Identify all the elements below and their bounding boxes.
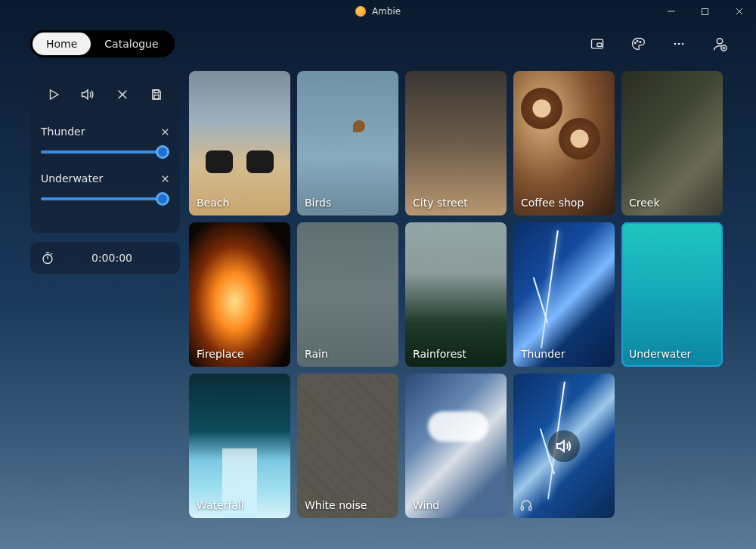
card-label: Wind	[413, 499, 439, 511]
card-label: Waterfall	[197, 499, 244, 511]
timer-panel[interactable]: 0:00:00	[30, 242, 180, 274]
svg-rect-31	[521, 507, 523, 510]
more-button[interactable]	[665, 30, 692, 57]
tab-home[interactable]: Home	[33, 33, 91, 55]
sound-card-thunder[interactable]: Thunder	[513, 222, 615, 367]
card-label: Rainforest	[413, 348, 466, 360]
card-label: Rain	[305, 348, 328, 360]
clear-button[interactable]	[110, 82, 135, 107]
lightning-decoration	[541, 230, 559, 347]
bird-decoration	[353, 120, 365, 132]
card-label: Beach	[197, 197, 229, 209]
latte-decoration	[521, 88, 562, 129]
maximize-button[interactable]	[688, 0, 722, 23]
sound-card-fireplace[interactable]: Fireplace	[189, 222, 290, 367]
titlebar: Ambie	[0, 0, 756, 23]
svg-marker-17	[82, 90, 88, 99]
sound-card-empty-slot[interactable]	[513, 374, 615, 518]
svg-point-8	[640, 42, 641, 43]
card-label: Creek	[629, 197, 660, 209]
svg-rect-20	[154, 90, 159, 93]
volume-button[interactable]	[75, 82, 101, 107]
minimize-button[interactable]	[654, 0, 688, 23]
sound-card-white-noise[interactable]: White noise	[297, 374, 398, 518]
volume-slider[interactable]	[41, 192, 169, 206]
svg-point-11	[682, 43, 684, 45]
track-underwater: Underwater	[41, 172, 169, 206]
sound-card-wind[interactable]: Wind	[405, 374, 507, 518]
main-content: Thunder Underwater	[0, 65, 756, 533]
cloud-decoration	[428, 411, 488, 442]
sound-card-rain[interactable]: Rain	[297, 222, 398, 367]
mix-controls	[41, 82, 169, 107]
slider-thumb[interactable]	[156, 192, 169, 206]
svg-marker-30	[557, 441, 564, 451]
card-label: White noise	[305, 499, 367, 511]
svg-rect-1	[702, 8, 708, 14]
nav-tabs: Home Catalogue	[30, 30, 175, 57]
sound-card-coffee-shop[interactable]: Coffee shop	[513, 71, 615, 216]
card-label: Fireplace	[197, 348, 244, 360]
svg-point-10	[678, 43, 680, 45]
sound-grid: Beach Birds City street Coffee shop Cree…	[189, 71, 723, 518]
play-button[interactable]	[41, 82, 67, 107]
svg-rect-32	[529, 507, 531, 510]
svg-rect-21	[154, 95, 159, 99]
slider-thumb[interactable]	[156, 145, 169, 159]
svg-point-9	[674, 43, 677, 45]
stopwatch-icon	[41, 251, 54, 265]
mix-panel: Thunder Underwater	[30, 71, 180, 233]
volume-icon	[548, 430, 580, 462]
sound-card-underwater[interactable]: Underwater	[621, 222, 723, 367]
svg-marker-16	[51, 90, 59, 99]
svg-rect-5	[597, 43, 602, 46]
close-window-button[interactable]	[722, 0, 756, 23]
save-button[interactable]	[144, 82, 169, 107]
card-label: Underwater	[629, 348, 691, 360]
timer-value: 0:00:00	[70, 252, 169, 264]
track-thunder: Thunder	[41, 126, 169, 159]
sound-card-beach[interactable]: Beach	[189, 71, 290, 216]
app-title-group: Ambie	[355, 6, 401, 17]
track-label: Thunder	[41, 126, 85, 138]
tab-catalogue[interactable]: Catalogue	[91, 33, 172, 55]
remove-track-button[interactable]	[161, 128, 169, 136]
svg-point-12	[717, 39, 722, 44]
card-label: Birds	[305, 197, 331, 209]
header: Home Catalogue	[0, 23, 756, 65]
header-actions	[584, 30, 741, 57]
svg-point-7	[637, 40, 638, 42]
app-logo-icon	[355, 6, 366, 17]
sound-card-rainforest[interactable]: Rainforest	[405, 222, 507, 367]
theme-button[interactable]	[624, 30, 652, 57]
track-label: Underwater	[41, 172, 103, 185]
svg-point-6	[634, 42, 636, 44]
sound-card-city-street[interactable]: City street	[405, 71, 507, 216]
card-label: City street	[413, 197, 468, 209]
sound-card-creek[interactable]: Creek	[621, 71, 723, 216]
side-column: Thunder Underwater	[30, 71, 180, 518]
beach-decoration	[206, 150, 274, 176]
sound-card-waterfall[interactable]: Waterfall	[189, 374, 290, 518]
headphones-icon	[519, 498, 533, 512]
svg-line-29	[51, 253, 53, 255]
remove-track-button[interactable]	[161, 175, 169, 183]
sound-card-birds[interactable]: Birds	[297, 71, 398, 216]
card-label: Coffee shop	[521, 197, 584, 209]
account-button[interactable]	[706, 30, 733, 57]
volume-slider[interactable]	[41, 145, 169, 159]
latte-decoration	[559, 118, 600, 160]
app-title: Ambie	[372, 6, 401, 17]
card-label: Thunder	[521, 348, 565, 360]
compact-mode-button[interactable]	[584, 30, 611, 57]
window-controls	[654, 0, 756, 23]
